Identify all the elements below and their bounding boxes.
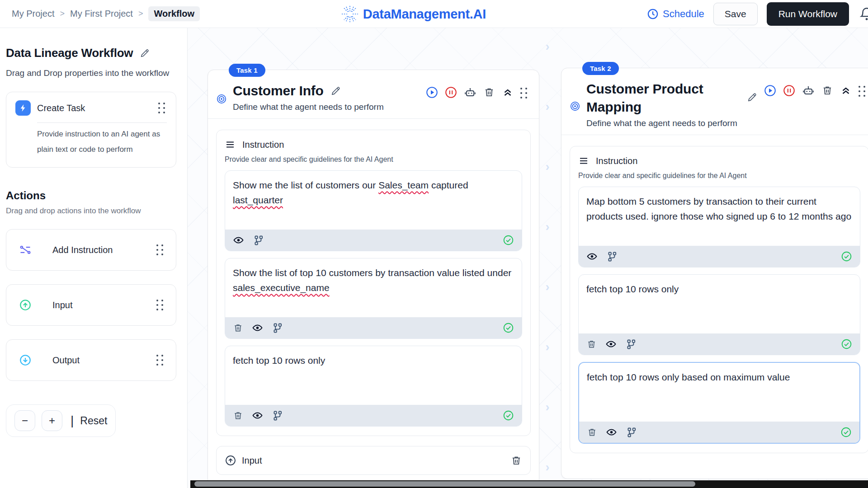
action-output[interactable]: Output — [6, 339, 176, 381]
instruction-toolbar — [579, 333, 860, 355]
eye-icon[interactable] — [252, 322, 263, 333]
drag-handle-icon[interactable] — [158, 103, 165, 113]
trash-icon[interactable] — [233, 323, 243, 333]
instruction-panel-title: Instruction — [596, 156, 637, 166]
eye-icon[interactable] — [586, 251, 598, 262]
agent-robot-icon[interactable] — [464, 86, 476, 99]
branch-icon[interactable] — [626, 427, 637, 438]
instruction-text-input[interactable]: fetch top 10 rows only — [579, 275, 860, 333]
instruction-card[interactable]: Show me the list of customers our Sales_… — [225, 170, 522, 251]
pause-task-icon[interactable] — [445, 86, 457, 99]
instruction-panel-subtitle: Provide clear and specific guidelines fo… — [225, 155, 522, 164]
instruction-toolbar — [579, 246, 860, 267]
breadcrumb: My Project > My First Project > Workflow — [12, 6, 200, 21]
branch-icon[interactable] — [272, 322, 283, 334]
instruction-card[interactable]: fetch top 10 rows only based on maximum … — [578, 362, 860, 444]
action-label: Input — [52, 300, 72, 310]
check-circle-icon — [840, 427, 852, 438]
drag-handle-icon[interactable] — [520, 88, 527, 99]
zoom-out-button[interactable]: − — [14, 410, 35, 431]
horizontal-scrollbar[interactable] — [190, 480, 868, 488]
trash-icon[interactable] — [587, 427, 597, 437]
canvas-zoom-controls: − + | Reset — [6, 404, 116, 437]
hamburger-icon[interactable] — [225, 139, 236, 150]
drag-handle-icon[interactable] — [156, 244, 163, 255]
schedule-label: Schedule — [663, 8, 704, 20]
run-task-play-icon[interactable] — [426, 86, 438, 99]
action-add-instruction[interactable]: Add Instruction — [6, 229, 176, 271]
edit-task-pencil-icon[interactable] — [746, 91, 758, 103]
instruction-text-input[interactable]: Map bottom 5 customers by transaction to… — [579, 187, 860, 246]
eye-icon[interactable] — [605, 338, 617, 350]
run-task-play-icon[interactable] — [764, 84, 776, 97]
eye-icon[interactable] — [606, 427, 617, 438]
notification-bell-icon[interactable] — [859, 5, 868, 23]
workflow-canvas[interactable]: ›››› ›››› Task 1 Customer Info — [188, 28, 868, 488]
schedule-button[interactable]: Schedule — [647, 8, 704, 20]
arrow-up-circle-icon — [225, 455, 236, 466]
instruction-text-input[interactable]: Show the list of top 10 customers by tra… — [225, 258, 522, 317]
drag-handle-icon[interactable] — [859, 86, 865, 97]
app-logo: DataManagement.AI — [340, 0, 486, 28]
zoom-reset-button[interactable]: Reset — [80, 415, 107, 427]
delete-task-trash-icon[interactable] — [821, 84, 833, 96]
clock-icon — [647, 8, 659, 20]
eye-icon[interactable] — [233, 235, 244, 246]
edit-task-pencil-icon[interactable] — [330, 85, 342, 97]
input-panel: Input — [216, 446, 531, 475]
branch-icon[interactable] — [625, 338, 637, 350]
task-badge: Task 1 — [229, 64, 265, 77]
horizontal-scrollbar-thumb[interactable] — [194, 481, 695, 487]
action-label: Add Instruction — [52, 245, 113, 255]
run-workflow-button[interactable]: Run Workflow — [767, 2, 849, 26]
branch-icon[interactable] — [272, 410, 283, 422]
collapse-task-chevrons-icon[interactable] — [502, 86, 514, 98]
breadcrumb-separator: > — [138, 9, 143, 19]
task-card-customer-info[interactable]: Task 1 Customer Info — [208, 70, 539, 488]
logo-text: DataManagement.AI — [363, 7, 486, 22]
eye-icon[interactable] — [252, 410, 263, 421]
task-card-customer-product-mapping[interactable]: Task 2 Customer Product Mapping Define w… — [561, 68, 868, 479]
pause-task-icon[interactable] — [783, 84, 795, 97]
collapse-task-chevrons-icon[interactable] — [840, 84, 852, 96]
task-title: Customer Product Mapping — [586, 80, 722, 116]
instruction-card[interactable]: Map bottom 5 customers by transaction to… — [578, 187, 860, 267]
create-task-card[interactable]: Create Task Provide instruction to an AI… — [6, 92, 176, 168]
breadcrumb-workflow-current[interactable]: Workflow — [148, 6, 200, 21]
breadcrumb-my-project[interactable]: My Project — [12, 9, 54, 19]
agent-robot-icon[interactable] — [802, 84, 815, 97]
save-button[interactable]: Save — [713, 3, 758, 25]
actions-heading: Actions — [6, 189, 176, 202]
shuffle-icon — [19, 244, 32, 256]
instruction-card[interactable]: Show the list of top 10 customers by tra… — [225, 258, 522, 339]
trash-icon[interactable] — [586, 339, 597, 349]
bullseye-icon — [570, 84, 580, 128]
drag-handle-icon[interactable] — [156, 300, 163, 310]
action-input[interactable]: Input — [6, 284, 176, 326]
delete-task-trash-icon[interactable] — [483, 86, 495, 98]
task-title: Customer Info — [233, 82, 324, 100]
top-bar: My Project > My First Project > Workflow… — [0, 0, 868, 28]
instruction-toolbar — [225, 230, 522, 251]
delete-input-trash-icon[interactable] — [510, 455, 522, 466]
instruction-text-input[interactable]: fetch top 10 rows only — [225, 346, 522, 405]
instruction-text-input[interactable]: fetch top 10 rows only based on maximum … — [579, 363, 859, 422]
hamburger-icon[interactable] — [578, 155, 589, 166]
branch-icon[interactable] — [253, 235, 264, 246]
sidebar-subtitle: Drag and Drop properties into the workfl… — [6, 66, 176, 80]
task-subtitle: Define what the agent needs to perform — [586, 118, 745, 128]
zoom-in-button[interactable]: + — [42, 410, 62, 431]
instruction-card[interactable]: fetch top 10 rows only — [578, 274, 860, 355]
breadcrumb-my-first-project[interactable]: My First Project — [70, 9, 133, 19]
drag-handle-icon[interactable] — [156, 355, 163, 366]
branch-icon[interactable] — [606, 251, 618, 263]
trash-icon[interactable] — [233, 410, 243, 421]
instruction-panel: Instruction Provide clear and specific g… — [216, 130, 531, 436]
instruction-text-input[interactable]: Show me the list of customers our Sales_… — [225, 171, 522, 230]
edit-title-pencil-icon[interactable] — [139, 47, 151, 59]
instruction-card[interactable]: fetch top 10 rows only — [225, 346, 522, 427]
task-subtitle: Define what the agent needs to perform — [233, 102, 426, 112]
arrow-up-circle-icon — [19, 299, 32, 311]
instruction-panel-subtitle: Provide clear and specific guidelines fo… — [578, 172, 860, 180]
instruction-panel: Instruction Provide clear and specific g… — [570, 146, 868, 453]
